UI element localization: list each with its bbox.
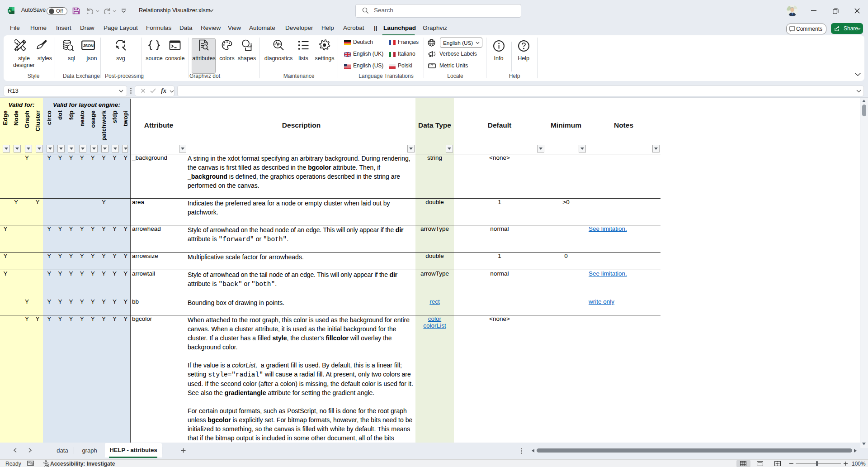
svg-text:JSON: JSON <box>83 43 94 48</box>
svg-text:x: x <box>9 9 11 13</box>
